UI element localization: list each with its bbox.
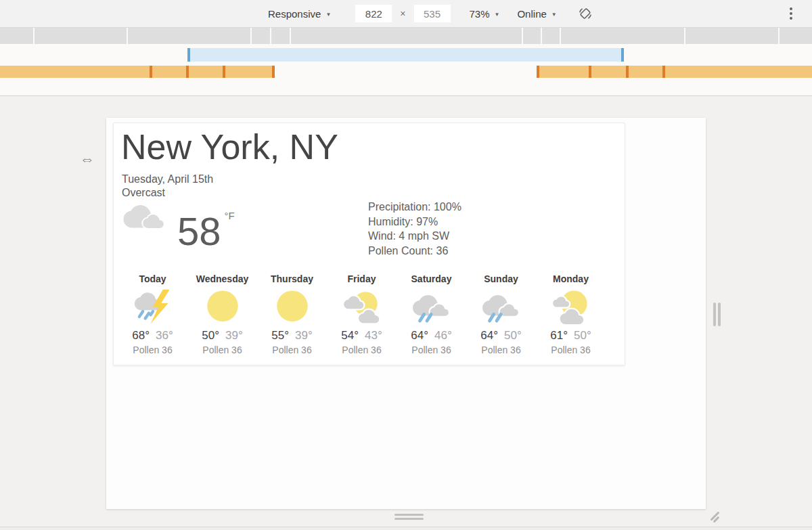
media-query-bar-orange-separator[interactable]: [150, 66, 152, 78]
media-query-segment[interactable]: [291, 28, 522, 44]
forecast-weather-icon: [343, 288, 381, 326]
precipitation-line: Precipitation: 100%: [368, 200, 461, 215]
temperature-unit: °F: [225, 210, 235, 221]
forecast-temps: 50°39°: [187, 329, 257, 343]
forecast-day-label: Saturday: [397, 273, 466, 284]
throttling-label: Online: [517, 8, 546, 20]
high-temp: 54°: [341, 329, 359, 342]
forecast-day: Friday 54°43° Pollen 36: [327, 273, 397, 355]
pollen-count-line: Pollen Count: 36: [368, 244, 461, 259]
media-query-bar-orange-separator[interactable]: [626, 66, 629, 78]
forecast-temps: 54°43°: [327, 329, 397, 343]
device-canvas: ⇔ New York, NY Tuesday, April 15th Overc…: [0, 96, 812, 527]
media-query-bar-orange-separator[interactable]: [662, 66, 665, 78]
forecast-temps: 55°39°: [257, 329, 327, 343]
media-query-segment[interactable]: [561, 28, 684, 44]
low-temp: 36°: [156, 329, 173, 342]
forecast-row: Today 68°36° Pollen 36 Wednesday: [118, 273, 606, 355]
media-query-segment[interactable]: [542, 28, 560, 44]
forecast-day: Sunday 64°50° Pollen 36: [466, 273, 536, 355]
device-toolbar-controls: Responsive ▼ × 73% ▼ Online ▼: [268, 0, 593, 27]
high-temp: 55°: [271, 329, 289, 342]
viewport-resize-handle-corner[interactable]: [706, 509, 725, 525]
media-query-segment[interactable]: [0, 28, 33, 44]
horizontal-resize-cursor-icon: ⇔: [80, 152, 95, 167]
temperature-value: 58: [177, 209, 221, 253]
forecast-temps: 61°50°: [536, 329, 606, 343]
forecast-day: Today 68°36° Pollen 36: [118, 273, 187, 355]
current-weather-cloudy-icon: [121, 198, 167, 231]
location-title: New York, NY: [121, 127, 338, 167]
pollen-count: Pollen 36: [187, 345, 257, 355]
low-temp: 50°: [504, 329, 522, 342]
media-query-segment[interactable]: [252, 28, 270, 44]
zoom-level-label: 73%: [470, 8, 490, 20]
media-query-bar-orange-separator[interactable]: [223, 66, 225, 78]
viewport-height-input[interactable]: [414, 5, 451, 22]
forecast-weather-icon: [482, 288, 520, 326]
media-query-segment[interactable]: [271, 28, 290, 44]
viewport-resize-handle-right[interactable]: [710, 300, 723, 329]
rotate-viewport-button[interactable]: [577, 5, 593, 22]
pollen-count: Pollen 36: [257, 345, 327, 355]
forecast-day-label: Sunday: [466, 273, 536, 284]
high-temp: 61°: [550, 329, 568, 342]
low-temp: 43°: [365, 329, 382, 342]
media-query-bar-blue-edge[interactable]: [187, 48, 190, 62]
forecast-day-label: Today: [118, 273, 187, 284]
conditions-detail-list: Precipitation: 100% Humidity: 97% Wind: …: [368, 200, 461, 258]
device-toolbar: Responsive ▼ × 73% ▼ Online ▼: [0, 0, 812, 28]
device-viewport: New York, NY Tuesday, April 15th Overcas…: [106, 118, 706, 509]
forecast-temps: 64°50°: [466, 329, 536, 343]
chevron-down-icon: ▼: [551, 12, 557, 18]
media-query-segment[interactable]: [780, 28, 812, 44]
chevron-down-icon: ▼: [495, 12, 500, 18]
media-query-bar-orange-edge[interactable]: [537, 66, 539, 78]
forecast-day: Wednesday 50°39° Pollen 36: [187, 273, 257, 355]
pollen-count: Pollen 36: [536, 345, 606, 355]
forecast-day-label: Wednesday: [187, 273, 257, 284]
pollen-count: Pollen 36: [118, 345, 187, 355]
weather-card: New York, NY Tuesday, April 15th Overcas…: [113, 123, 625, 366]
media-query-segment[interactable]: [523, 28, 541, 44]
high-temp: 68°: [132, 329, 150, 342]
current-temperature: 58°F: [177, 195, 235, 252]
forecast-temps: 68°36°: [118, 329, 187, 343]
pollen-count: Pollen 36: [466, 345, 536, 355]
media-query-segment[interactable]: [685, 28, 778, 44]
forecast-day-label: Monday: [536, 273, 606, 284]
media-query-segment[interactable]: [128, 28, 250, 44]
viewport-width-input[interactable]: [355, 5, 392, 22]
forecast-temps: 64°46°: [397, 329, 466, 343]
media-query-bar-orange[interactable]: [537, 66, 812, 78]
forecast-weather-icon: [204, 288, 242, 326]
forecast-weather-icon: [273, 288, 311, 326]
media-query-segment[interactable]: [35, 28, 127, 44]
devtools-device-mode: Responsive ▼ × 73% ▼ Online ▼: [0, 0, 812, 530]
zoom-select[interactable]: 73% ▼: [470, 8, 500, 20]
media-query-bar-orange[interactable]: [0, 66, 275, 78]
low-temp: 46°: [434, 329, 452, 342]
rotate-screen-icon: [578, 6, 593, 21]
media-query-inspector: [0, 28, 812, 96]
device-type-select[interactable]: Responsive ▼: [268, 8, 331, 20]
pollen-count: Pollen 36: [327, 345, 397, 355]
media-query-bar-orange-separator[interactable]: [186, 66, 189, 78]
device-type-label: Responsive: [268, 8, 321, 20]
media-query-bar-orange-separator[interactable]: [589, 66, 591, 78]
forecast-day-label: Friday: [327, 273, 397, 284]
bottom-divider: [0, 527, 812, 530]
media-query-bar-orange-edge[interactable]: [272, 66, 275, 78]
forecast-day-label: Thursday: [257, 273, 327, 284]
forecast-weather-icon: [552, 288, 590, 326]
viewport-resize-handle-bottom[interactable]: [392, 511, 426, 523]
current-date: Tuesday, April 15th: [122, 173, 213, 185]
forecast-weather-icon: [134, 288, 172, 326]
throttling-select[interactable]: Online ▼: [517, 8, 556, 20]
media-query-bar-blue[interactable]: [187, 48, 624, 62]
low-temp: 39°: [295, 329, 313, 342]
wind-line: Wind: 4 mph SW: [368, 229, 461, 244]
more-options-button[interactable]: [785, 6, 797, 21]
media-query-bar-blue-edge[interactable]: [621, 48, 624, 62]
low-temp: 39°: [225, 329, 243, 342]
